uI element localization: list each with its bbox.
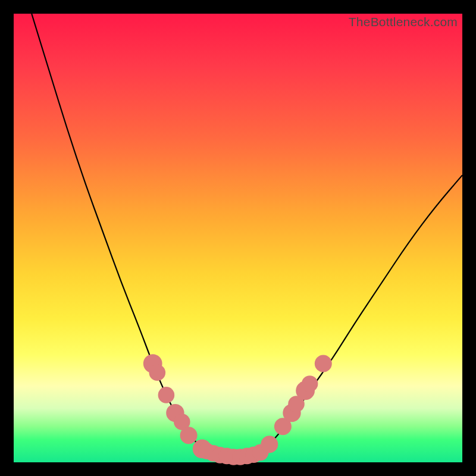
bottleneck-curve	[14, 14, 462, 462]
curve-path	[32, 14, 462, 458]
data-marker	[149, 364, 166, 381]
plot-area: TheBottleneck.com	[14, 14, 462, 462]
data-marker	[315, 355, 332, 372]
marker-group	[143, 354, 332, 465]
data-marker	[302, 375, 318, 392]
data-marker	[261, 436, 278, 453]
chart-frame: TheBottleneck.com	[0, 0, 476, 476]
data-marker	[158, 387, 175, 403]
data-marker	[180, 427, 198, 444]
